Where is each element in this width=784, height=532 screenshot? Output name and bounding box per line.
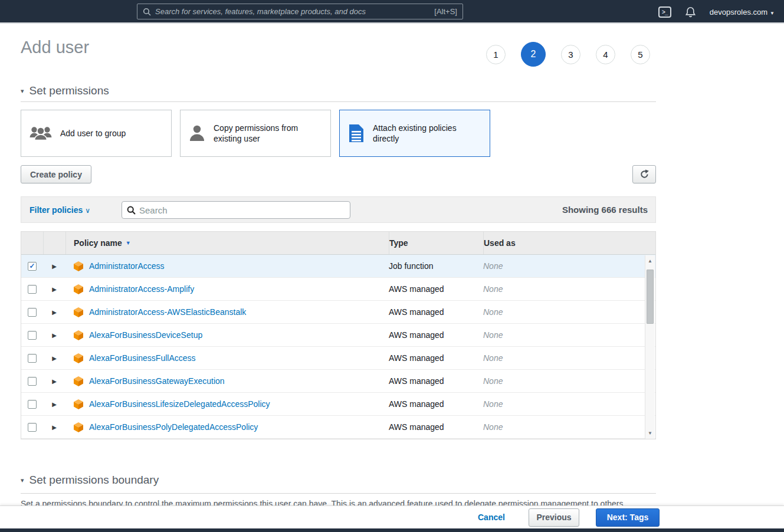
managed-policy-cube-icon: [73, 422, 84, 433]
scrollbar-thumb[interactable]: [647, 270, 654, 324]
notifications-bell-icon[interactable]: [685, 6, 696, 18]
search-shortcut-hint: [Alt+S]: [434, 7, 457, 16]
policy-used-as: None: [483, 284, 655, 294]
sort-descending-icon: ▼: [126, 240, 131, 246]
policy-table-row[interactable]: ▶ AdministratorAccess-Amplify AWS manage…: [21, 278, 655, 301]
policy-used-as: None: [483, 353, 655, 363]
policy-table-row[interactable]: ▶ AlexaForBusinessLifesizeDelegatedAcces…: [21, 393, 655, 416]
policy-table-row[interactable]: ▶ AlexaForBusinessPolyDelegatedAccessPol…: [21, 416, 655, 439]
create-policy-button[interactable]: Create policy: [21, 165, 91, 183]
search-icon: [127, 206, 136, 215]
row-checkbox[interactable]: [28, 331, 37, 340]
filter-policies-dropdown[interactable]: Filter policies∨: [29, 205, 90, 215]
account-menu[interactable]: devopsroles.com▼: [710, 8, 775, 17]
policy-table-row[interactable]: ▶ AdministratorAccess-AWSElasticBeanstal…: [21, 301, 655, 324]
step-3[interactable]: 3: [561, 45, 580, 64]
policy-type: Job function: [389, 261, 483, 271]
policy-table-header: Policy name ▼ Type Used as: [21, 232, 655, 255]
expand-row-icon[interactable]: ▶: [52, 286, 57, 293]
managed-policy-cube-icon: [73, 399, 84, 410]
policy-name-link[interactable]: AdministratorAccess-Amplify: [89, 284, 194, 294]
chevron-down-icon: ∨: [85, 206, 90, 215]
policy-used-as: None: [483, 422, 655, 432]
expand-row-icon[interactable]: ▶: [52, 401, 57, 408]
step-5[interactable]: 5: [631, 45, 650, 64]
user-group-icon: [29, 124, 53, 142]
policy-name-link[interactable]: AlexaForBusinessPolyDelegatedAccessPolic…: [89, 422, 258, 432]
refresh-button[interactable]: [632, 165, 656, 183]
collapse-triangle-icon: ▾: [21, 87, 24, 95]
page-title: Add user: [21, 38, 89, 57]
option-copy-permissions[interactable]: Copy permissions from existing user: [180, 110, 331, 157]
header-checkbox-cell: [21, 232, 43, 254]
column-policy-name[interactable]: Policy name ▼: [65, 232, 389, 254]
option-attach-existing-policies[interactable]: Attach existing policies directly: [339, 110, 490, 157]
policy-table-row[interactable]: ▶ AlexaForBusinessGatewayExecution AWS m…: [21, 370, 655, 393]
wizard-footer: Cancel Previous Next: Tags: [0, 505, 784, 528]
boundary-description: Set a permissions boundary to control th…: [21, 498, 646, 505]
bottom-bar: [0, 528, 784, 532]
option-add-user-to-group[interactable]: Add user to group: [21, 110, 172, 157]
column-used-as[interactable]: Used as: [483, 232, 655, 254]
policy-type: AWS managed: [389, 376, 483, 386]
row-checkbox[interactable]: [28, 285, 37, 294]
managed-policy-cube-icon: [73, 330, 84, 341]
refresh-icon: [639, 169, 649, 179]
policy-table-row[interactable]: ▶ AlexaForBusinessFullAccess AWS managed…: [21, 347, 655, 370]
global-search-input[interactable]: [155, 7, 430, 16]
policy-type: AWS managed: [389, 422, 483, 432]
policy-used-as: None: [483, 261, 655, 271]
policy-used-as: None: [483, 376, 655, 386]
chevron-down-icon: ▼: [770, 11, 775, 16]
expand-row-icon[interactable]: ▶: [52, 332, 57, 339]
cloudshell-icon[interactable]: >_: [658, 6, 671, 18]
policy-name-link[interactable]: AdministratorAccess-AWSElasticBeanstalk: [89, 307, 246, 317]
policy-table-body: ✓ ▶ AdministratorAccess Job function Non…: [21, 255, 655, 439]
previous-button[interactable]: Previous: [529, 508, 579, 527]
row-checkbox[interactable]: [28, 377, 37, 386]
search-icon: [143, 8, 151, 16]
policy-search-input[interactable]: [139, 205, 345, 215]
wizard-steps: 1 2 3 4 5: [486, 41, 650, 67]
policy-name-link[interactable]: AlexaForBusinessGatewayExecution: [89, 376, 225, 386]
divider: [21, 493, 656, 494]
table-scrollbar[interactable]: ▲ ▼: [645, 255, 655, 439]
policy-type: AWS managed: [389, 284, 483, 294]
row-checkbox[interactable]: [28, 400, 37, 409]
policy-filter-bar: Filter policies∨ Showing 666 results: [21, 196, 656, 223]
policy-name-link[interactable]: AdministratorAccess: [89, 261, 165, 271]
expand-row-icon[interactable]: ▶: [52, 263, 57, 270]
managed-policy-cube-icon: [73, 261, 84, 272]
managed-policy-cube-icon: [73, 307, 84, 318]
set-permissions-header[interactable]: ▾ Set permissions: [21, 84, 109, 97]
policy-used-as: None: [483, 399, 655, 409]
policy-table-row[interactable]: ✓ ▶ AdministratorAccess Job function Non…: [21, 255, 655, 278]
policy-name-link[interactable]: AlexaForBusinessFullAccess: [89, 353, 196, 363]
scroll-up-icon[interactable]: ▲: [645, 258, 655, 264]
row-checkbox[interactable]: [28, 354, 37, 363]
set-permissions-boundary-header[interactable]: ▾ Set permissions boundary: [21, 474, 159, 487]
row-checkbox[interactable]: [28, 423, 37, 432]
expand-row-icon[interactable]: ▶: [52, 378, 57, 385]
policy-type: AWS managed: [389, 330, 483, 340]
global-search[interactable]: [Alt+S]: [137, 4, 463, 19]
row-checkbox[interactable]: ✓: [28, 262, 37, 271]
column-type[interactable]: Type: [389, 232, 483, 254]
next-tags-button[interactable]: Next: Tags: [596, 508, 660, 527]
cancel-button[interactable]: Cancel: [478, 513, 505, 522]
step-1[interactable]: 1: [486, 45, 506, 64]
expand-row-icon[interactable]: ▶: [52, 424, 57, 431]
managed-policy-cube-icon: [73, 284, 84, 295]
step-4[interactable]: 4: [596, 45, 615, 64]
expand-row-icon[interactable]: ▶: [52, 355, 57, 362]
scroll-down-icon[interactable]: ▼: [645, 431, 655, 436]
permission-option-cards: Add user to group Copy permissions from …: [21, 110, 490, 157]
policy-table-row[interactable]: ▶ AlexaForBusinessDeviceSetup AWS manage…: [21, 324, 655, 347]
step-2[interactable]: 2: [521, 42, 546, 67]
row-checkbox[interactable]: [28, 308, 37, 317]
policy-search-box[interactable]: [122, 201, 350, 219]
policy-used-as: None: [483, 330, 655, 340]
policy-name-link[interactable]: AlexaForBusinessDeviceSetup: [89, 330, 202, 340]
expand-row-icon[interactable]: ▶: [52, 309, 57, 316]
policy-name-link[interactable]: AlexaForBusinessLifesizeDelegatedAccessP…: [89, 399, 270, 409]
